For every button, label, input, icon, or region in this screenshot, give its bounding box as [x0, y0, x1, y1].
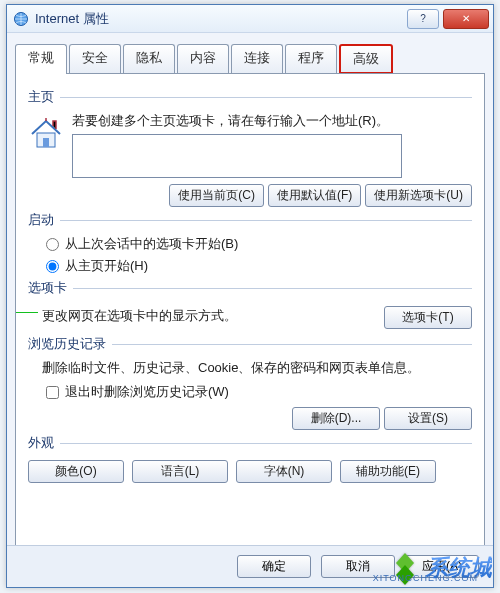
close-button[interactable]: ✕: [443, 9, 489, 29]
tab-strip: 常规 安全 隐私 内容 连接 程序 高级: [15, 43, 485, 73]
window-title: Internet 属性: [35, 10, 407, 28]
settings-button[interactable]: 设置(S): [384, 407, 472, 430]
stray-line: [16, 312, 38, 313]
tab-security[interactable]: 安全: [69, 44, 121, 74]
home-url-textarea[interactable]: [72, 134, 402, 178]
help-button[interactable]: ?: [407, 9, 439, 29]
tab-content[interactable]: 内容: [177, 44, 229, 74]
divider: [60, 97, 472, 98]
tab-panel-general: 主页 若要创建多个主页选项卡，请在每行输入一个地址(R)。 使用当前页(C) 使…: [15, 73, 485, 559]
group-tabs: 选项卡: [28, 279, 67, 297]
dialog-window: Internet 属性 ? ✕ 常规 安全 隐私 内容 连接 程序 高级 主页 …: [6, 4, 494, 588]
divider: [60, 220, 472, 221]
use-default-button[interactable]: 使用默认值(F): [268, 184, 361, 207]
use-newtab-button[interactable]: 使用新选项卡(U): [365, 184, 472, 207]
internet-options-icon: [13, 11, 29, 27]
home-intro: 若要创建多个主页选项卡，请在每行输入一个地址(R)。: [72, 112, 472, 130]
tab-programs[interactable]: 程序: [285, 44, 337, 74]
divider: [60, 443, 472, 444]
radio-last-session-label: 从上次会话中的选项卡开始(B): [65, 235, 238, 253]
divider: [73, 288, 472, 289]
tabs-description: 更改网页在选项卡中的显示方式。: [42, 307, 384, 325]
radio-home-page[interactable]: 从主页开始(H): [46, 257, 472, 275]
languages-button[interactable]: 语言(L): [132, 460, 228, 483]
group-home: 主页: [28, 88, 54, 106]
divider: [112, 344, 472, 345]
tab-connections[interactable]: 连接: [231, 44, 283, 74]
check-delete-on-exit-label: 退出时删除浏览历史记录(W): [65, 383, 229, 401]
fonts-button[interactable]: 字体(N): [236, 460, 332, 483]
check-delete-on-exit[interactable]: 退出时删除浏览历史记录(W): [46, 383, 472, 401]
svg-rect-2: [43, 138, 49, 147]
radio-home-page-label: 从主页开始(H): [65, 257, 148, 275]
accessibility-button[interactable]: 辅助功能(E): [340, 460, 436, 483]
colors-button[interactable]: 颜色(O): [28, 460, 124, 483]
home-icon: [28, 116, 64, 152]
tab-advanced[interactable]: 高级: [339, 44, 393, 74]
titlebar: Internet 属性 ? ✕: [7, 5, 493, 33]
delete-button[interactable]: 删除(D)...: [292, 407, 380, 430]
group-history: 浏览历史记录: [28, 335, 106, 353]
tab-general[interactable]: 常规: [15, 44, 67, 74]
history-description: 删除临时文件、历史记录、Cookie、保存的密码和网页表单信息。: [42, 359, 472, 377]
ok-button[interactable]: 确定: [237, 555, 311, 578]
dialog-footer: 确定 取消 应用(A): [7, 545, 493, 587]
radio-last-session[interactable]: 从上次会话中的选项卡开始(B): [46, 235, 472, 253]
group-appearance: 外观: [28, 434, 54, 452]
tabs-button[interactable]: 选项卡(T): [384, 306, 472, 329]
tab-privacy[interactable]: 隐私: [123, 44, 175, 74]
group-startup: 启动: [28, 211, 54, 229]
cancel-button[interactable]: 取消: [321, 555, 395, 578]
use-current-button[interactable]: 使用当前页(C): [169, 184, 264, 207]
apply-button[interactable]: 应用(A): [405, 555, 479, 578]
